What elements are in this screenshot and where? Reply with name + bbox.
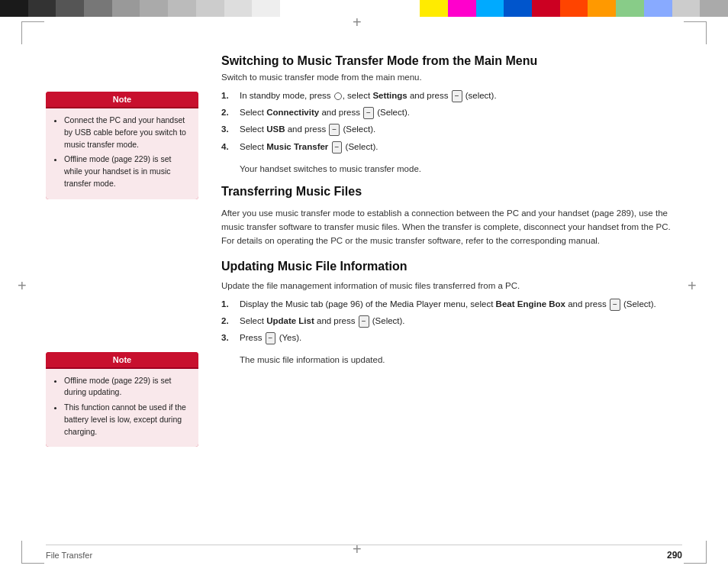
note-1-header: Note	[46, 92, 198, 108]
step-3-1: 1. Display the Music tab (page 96) of th…	[221, 298, 682, 311]
crosshair-top	[356, 21, 372, 37]
left-column: Note Connect the PC and your handset by …	[46, 46, 198, 547]
step-text: Select Connectivity and press − (Select)…	[240, 106, 682, 119]
step-1-2: 2. Select Connectivity and press − (Sele…	[221, 106, 682, 119]
crosshair-left	[21, 285, 37, 300]
note-1-body: Connect the PC and your handset by USB c…	[46, 108, 198, 199]
section1-title: Switching to Music Transfer Mode from th…	[221, 53, 682, 69]
step-text: Select USB and press − (Select).	[240, 123, 682, 136]
note-2-bullet-2: This function cannot be used if the batt…	[64, 402, 191, 438]
step-num: 4.	[221, 141, 235, 154]
key-icon-select: −	[452, 90, 462, 102]
footer: File Transfer 290	[46, 545, 682, 561]
corner-mark-bl	[21, 541, 44, 564]
note-2-bullet-1: Offline mode (page 229) is set during up…	[64, 375, 191, 399]
key-icon-select: −	[610, 299, 620, 311]
step-1-3: 3. Select USB and press − (Select).	[221, 123, 682, 136]
section3-divider: Updating Music File Information	[221, 259, 682, 275]
step-num: 2.	[221, 106, 235, 119]
step-3-3: 3. Press − (Yes).	[221, 331, 682, 344]
main-content: Note Connect the PC and your handset by …	[46, 46, 682, 547]
footer-label: File Transfer	[46, 551, 92, 560]
key-icon-yes: −	[266, 332, 276, 344]
step-num: 3.	[221, 123, 235, 136]
section1-subnote: Your handset switches to music transfer …	[240, 164, 682, 173]
step-text: In standby mode, press , select Settings…	[240, 89, 682, 102]
step-num: 3.	[221, 331, 235, 344]
note-2-body: Offline mode (page 229) is set during up…	[46, 369, 198, 448]
note-2-header: Note	[46, 352, 198, 369]
circle-button-icon	[334, 92, 342, 100]
step-text: Select Update List and press − (Select).	[240, 315, 682, 328]
corner-mark-tl	[21, 21, 44, 44]
section1-intro: Switch to music transfer mode from the m…	[221, 73, 682, 82]
key-icon-select: −	[359, 315, 369, 328]
section3-steps: 1. Display the Music tab (page 96) of th…	[221, 298, 682, 345]
section2-divider: Transferring Music Files	[221, 184, 682, 200]
key-icon-select: −	[363, 107, 374, 119]
section3-intro: Update the file management information o…	[221, 281, 682, 290]
note-box-1: Note Connect the PC and your handset by …	[46, 92, 198, 199]
step-3-2: 2. Select Update List and press − (Selec…	[221, 315, 682, 328]
right-column: Switching to Music Transfer Mode from th…	[214, 46, 682, 547]
step-num: 1.	[221, 298, 235, 311]
corner-mark-br	[684, 541, 707, 564]
section1-steps: 1. In standby mode, press , select Setti…	[221, 89, 682, 154]
step-num: 2.	[221, 315, 235, 328]
note-1-bullet-1: Connect the PC and your handset by USB c…	[64, 115, 191, 150]
corner-mark-tr	[684, 21, 707, 44]
step-text: Display the Music tab (page 96) of the M…	[240, 298, 682, 311]
step-text: Press − (Yes).	[240, 331, 682, 344]
page-number: 290	[667, 550, 682, 561]
step-1-1: 1. In standby mode, press , select Setti…	[221, 89, 682, 102]
key-icon-select: −	[329, 124, 340, 136]
section2-title: Transferring Music Files	[221, 184, 682, 200]
note-box-2: Note Offline mode (page 229) is set duri…	[46, 352, 198, 448]
note-1-bullet-2: Offline mode (page 229) is set while you…	[64, 154, 191, 189]
section2-body: After you use music transfer mode to est…	[221, 206, 682, 248]
section3-subnote: The music file information is updated.	[240, 355, 682, 364]
crosshair-right	[691, 285, 707, 300]
step-text: Select Music Transfer − (Select).	[240, 141, 682, 154]
step-1-4: 4. Select Music Transfer − (Select).	[221, 141, 682, 154]
top-color-bar	[0, 0, 728, 17]
key-icon-select: −	[332, 141, 343, 154]
step-num: 1.	[221, 89, 235, 102]
section3-title: Updating Music File Information	[221, 259, 682, 275]
